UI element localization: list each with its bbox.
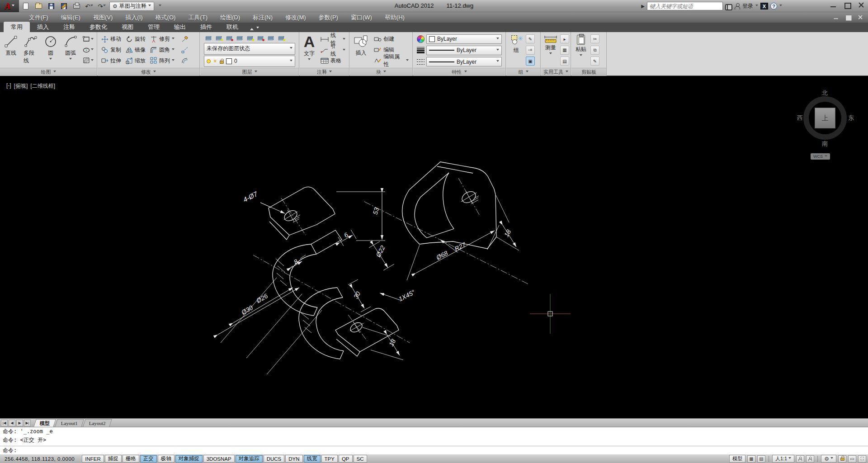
- status-toggle[interactable]: DUCS: [264, 455, 285, 463]
- layout-tab[interactable]: 模型: [33, 419, 56, 427]
- ribbon-tab[interactable]: 插入: [30, 22, 56, 32]
- menu-item[interactable]: 工具(T): [182, 13, 214, 23]
- id-point-button[interactable]: ▸: [560, 34, 569, 43]
- coordinate-display[interactable]: 256.4458, 118.1123, 0.0000: [2, 456, 81, 462]
- menu-item[interactable]: 插入(I): [119, 13, 149, 23]
- ribbon-minimize-control[interactable]: [250, 26, 259, 32]
- doc-close-button[interactable]: [858, 15, 864, 20]
- copy-button[interactable]: 复制: [99, 45, 123, 56]
- paste-button[interactable]: 粘贴: [573, 33, 589, 66]
- panel-title-block[interactable]: 块: [350, 68, 412, 76]
- menu-item[interactable]: 绘图(D): [214, 13, 246, 23]
- layer-dropdown[interactable]: ☀ 0: [204, 56, 295, 67]
- doc-minimize-button[interactable]: [833, 15, 840, 20]
- status-toggle[interactable]: 极轴: [158, 455, 175, 463]
- object-color-icon[interactable]: [417, 35, 425, 43]
- hatch-tool-button[interactable]: [81, 56, 95, 66]
- menu-item[interactable]: 编辑(E): [55, 13, 87, 23]
- line-button[interactable]: 直线: [2, 33, 20, 66]
- stretch-button[interactable]: 拉伸: [99, 55, 123, 66]
- menu-item[interactable]: 帮助(H): [378, 13, 411, 23]
- doc-restore-button[interactable]: [845, 15, 852, 20]
- first-layout-button[interactable]: |◀: [1, 420, 8, 426]
- clean-screen-icon[interactable]: ⛶: [858, 455, 866, 463]
- layer-unisolate-button[interactable]: [235, 34, 244, 42]
- layer-state-dropdown[interactable]: 未保存的图层状态: [204, 43, 295, 55]
- menu-item[interactable]: 窗口(W): [344, 13, 378, 23]
- autoscale-icon[interactable]: [806, 455, 814, 463]
- status-toggle[interactable]: INFER: [82, 455, 104, 463]
- explode-button[interactable]: [178, 45, 192, 55]
- menu-item[interactable]: 视图(V): [87, 13, 119, 23]
- lineweight-icon[interactable]: [417, 47, 425, 53]
- status-toggle[interactable]: DYN: [285, 455, 302, 463]
- status-toggle[interactable]: 3DOSNAP: [203, 455, 235, 463]
- group-button[interactable]: ✳ 组: [508, 33, 524, 66]
- status-toggle[interactable]: QP: [339, 455, 353, 463]
- panel-title-layers[interactable]: 图层: [200, 68, 299, 76]
- text-button[interactable]: A 文字: [302, 33, 317, 66]
- ribbon-tab[interactable]: 注释: [56, 22, 82, 32]
- hardware-accel-icon[interactable]: ▭: [848, 455, 856, 463]
- layer-properties-button[interactable]: [204, 34, 213, 42]
- layer-state-button[interactable]: [214, 34, 223, 42]
- linetype-icon[interactable]: [417, 59, 425, 65]
- prev-layout-button[interactable]: ◀: [9, 420, 15, 426]
- viewcube[interactable]: 上 北 南 西 东 WCS: [797, 89, 853, 161]
- ribbon-tab[interactable]: 输出: [167, 22, 193, 32]
- menu-item[interactable]: 格式(O): [149, 13, 182, 23]
- erase-button[interactable]: [178, 34, 192, 44]
- panel-title-modify[interactable]: 修改: [98, 68, 199, 76]
- menu-item[interactable]: 文件(F): [23, 13, 55, 23]
- status-toggle[interactable]: 线宽: [304, 455, 321, 463]
- maximize-button[interactable]: [844, 2, 851, 9]
- menu-item[interactable]: 修改(M): [279, 13, 312, 23]
- table-button[interactable]: 表格: [319, 56, 347, 66]
- status-toggle[interactable]: 对象捕捉: [175, 455, 203, 463]
- polyline-button[interactable]: 多段线: [22, 33, 40, 66]
- compass-west[interactable]: 西: [797, 114, 803, 122]
- panel-title-draw[interactable]: 绘图: [0, 68, 97, 76]
- ribbon-tab[interactable]: 联机: [219, 22, 245, 32]
- fillet-button[interactable]: 圆角: [148, 45, 176, 56]
- panel-title-clipboard[interactable]: 剪贴板: [571, 68, 606, 76]
- layer-freeze-button[interactable]: [245, 34, 255, 42]
- status-toggle[interactable]: TPY: [321, 455, 338, 463]
- menu-item[interactable]: 参数(P): [312, 13, 344, 23]
- group-selection-toggle[interactable]: ▣: [526, 57, 535, 66]
- command-prompt[interactable]: 命令:: [0, 446, 868, 454]
- quick-calc-button[interactable]: ▤: [560, 57, 569, 66]
- layer-isolate-button[interactable]: [225, 34, 234, 42]
- panel-title-groups[interactable]: 组: [506, 68, 540, 76]
- ribbon-tab[interactable]: 管理: [141, 22, 167, 32]
- sign-in-link[interactable]: 登录: [742, 2, 753, 10]
- compass-north[interactable]: 北: [822, 89, 828, 97]
- compass-east[interactable]: 东: [848, 114, 854, 122]
- measure-button[interactable]: 测量: [542, 33, 559, 66]
- last-layout-button[interactable]: ▶|: [24, 420, 31, 426]
- circle-button[interactable]: 圆: [42, 33, 60, 66]
- object-color-dropdown[interactable]: ByLayer: [426, 34, 502, 44]
- layout-tab[interactable]: Layout2: [83, 419, 112, 427]
- status-toggle[interactable]: 对象追踪: [236, 455, 263, 463]
- cut-button[interactable]: ✂: [590, 34, 599, 43]
- ribbon-tab[interactable]: 插件: [193, 22, 219, 32]
- linetype-dropdown[interactable]: ByLayer: [426, 57, 502, 66]
- ellipse-tool-button[interactable]: [81, 45, 95, 55]
- insert-block-button[interactable]: 插入: [352, 33, 370, 66]
- chevron-down-icon[interactable]: [779, 5, 782, 8]
- panel-title-utilities[interactable]: 实用工具: [541, 68, 571, 76]
- minimize-button[interactable]: [830, 2, 837, 9]
- panel-title-properties[interactable]: 特性: [413, 68, 505, 76]
- create-block-button[interactable]: 创建: [372, 34, 410, 45]
- leader-button[interactable]: 引线: [319, 45, 347, 56]
- copy-clip-button[interactable]: ⧉: [590, 46, 599, 55]
- next-layout-button[interactable]: ▶: [16, 420, 23, 426]
- annotation-scale-button[interactable]: 人1:1: [772, 455, 794, 463]
- move-button[interactable]: 移动: [99, 34, 123, 45]
- ungroup-button[interactable]: ✎: [526, 34, 535, 43]
- status-toggle[interactable]: 栅格: [123, 455, 139, 463]
- rotate-button[interactable]: 旋转: [124, 34, 147, 45]
- ribbon-tab[interactable]: 参数化: [82, 22, 114, 32]
- help-icon[interactable]: ?: [770, 3, 777, 9]
